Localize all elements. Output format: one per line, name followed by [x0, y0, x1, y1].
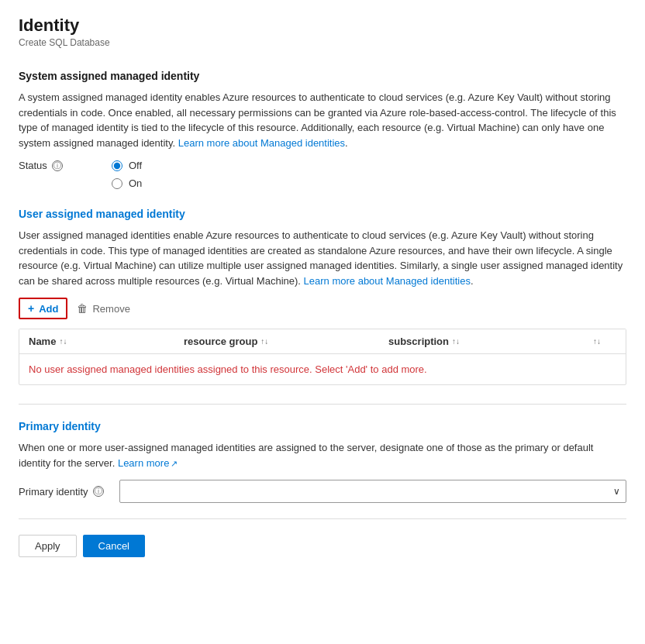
status-info-icon[interactable]: ⓘ	[52, 160, 63, 171]
primary-identity-title: Primary identity	[19, 420, 626, 432]
col-actions: ↑↓	[593, 336, 616, 347]
external-link-icon: ↗	[171, 459, 178, 468]
col-resource-group[interactable]: resource group ↑↓	[184, 336, 388, 347]
primary-identity-dropdown-wrapper: ∨	[119, 480, 626, 503]
user-assigned-title: User assigned managed identity	[19, 208, 626, 220]
status-off-input[interactable]	[112, 160, 122, 171]
primary-identity-learn-more-link[interactable]: Learn more↗	[118, 457, 178, 469]
system-assigned-learn-more-link[interactable]: Learn more about Managed identities	[178, 137, 345, 149]
breadcrumb: Create SQL Database	[19, 37, 626, 48]
sort-sub-icon: ↑↓	[452, 337, 460, 346]
apply-button[interactable]: Apply	[19, 535, 77, 557]
add-button[interactable]: + Add	[19, 298, 67, 319]
table-header: Name ↑↓ resource group ↑↓ subscription ↑…	[19, 329, 626, 354]
col-name[interactable]: Name ↑↓	[29, 336, 184, 347]
trash-icon: 🗑	[77, 302, 88, 315]
user-assigned-table: Name ↑↓ resource group ↑↓ subscription ↑…	[19, 329, 626, 385]
col-subscription[interactable]: subscription ↑↓	[388, 336, 593, 347]
status-on-radio[interactable]: On	[112, 177, 142, 189]
primary-identity-info-icon[interactable]: ⓘ	[93, 486, 104, 497]
table-body: No user assigned managed identities assi…	[19, 354, 626, 384]
system-assigned-section: System assigned managed identity A syste…	[19, 70, 626, 189]
system-assigned-description: A system assigned managed identity enabl…	[19, 90, 626, 150]
status-on-input[interactable]	[112, 178, 122, 189]
footer-buttons: Apply Cancel	[19, 535, 626, 557]
page-title: Identity	[19, 15, 626, 36]
remove-button[interactable]: 🗑 Remove	[77, 302, 129, 315]
status-label: Status ⓘ	[19, 160, 65, 171]
cancel-button[interactable]: Cancel	[83, 535, 145, 557]
primary-identity-section: Primary identity When one or more user-a…	[19, 420, 626, 503]
status-off-radio[interactable]: Off	[112, 160, 142, 171]
primary-identity-label: Primary identity ⓘ	[19, 486, 112, 498]
user-assigned-learn-more-link[interactable]: Learn more about Managed identities	[304, 275, 471, 287]
divider	[19, 404, 626, 405]
primary-identity-dropdown[interactable]	[119, 480, 626, 503]
table-empty-message: No user assigned managed identities assi…	[29, 363, 616, 375]
user-assigned-section: User assigned managed identity User assi…	[19, 208, 626, 385]
sort-rg-icon: ↑↓	[260, 337, 268, 346]
status-radio-group: Off On	[112, 160, 142, 189]
status-row: Status ⓘ Off On	[19, 160, 626, 189]
sort-name-icon: ↑↓	[59, 337, 67, 346]
footer-divider	[19, 518, 626, 519]
primary-identity-row: Primary identity ⓘ ∨	[19, 480, 626, 503]
user-assigned-toolbar: + Add 🗑 Remove	[19, 298, 626, 319]
plus-icon: +	[28, 302, 34, 315]
system-assigned-title: System assigned managed identity	[19, 70, 626, 82]
user-assigned-description: User assigned managed identities enable …	[19, 228, 626, 288]
primary-identity-description: When one or more user-assigned managed i…	[19, 440, 626, 470]
